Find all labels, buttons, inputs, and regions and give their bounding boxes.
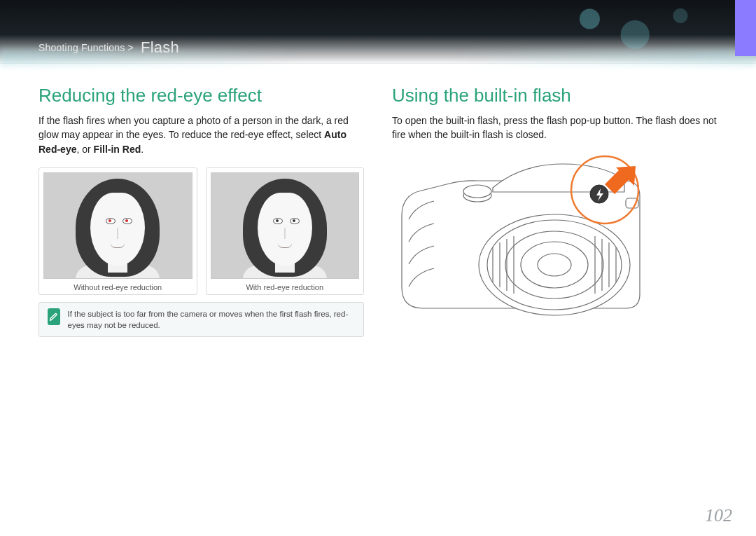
page-number: 102 xyxy=(705,505,732,526)
section-body-redeye: If the flash fires when you capture a ph… xyxy=(38,114,364,156)
section-body-builtin: To open the built-in flash, press the fl… xyxy=(392,114,718,142)
caption-without: Without red-eye reduction xyxy=(43,283,192,291)
section-heading-builtin: Using the built-in flash xyxy=(392,85,718,106)
camera-illustration xyxy=(392,153,718,336)
portrait-normal xyxy=(211,173,359,278)
breadcrumb-prefix: Shooting Functions > xyxy=(38,42,134,53)
example-images: Without red-eye reduction With red-eye r… xyxy=(38,167,364,295)
note-box: If the subject is too far from the camer… xyxy=(38,302,364,337)
right-column: Using the built-in flash To open the bui… xyxy=(392,85,718,337)
section-heading-redeye: Reducing the red-eye effect xyxy=(38,85,364,106)
example-with: With red-eye reduction xyxy=(206,167,365,295)
left-column: Reducing the red-eye effect If the flash… xyxy=(38,85,364,337)
breadcrumb: Shooting Functions > Flash xyxy=(38,39,179,57)
portrait-redeye xyxy=(44,173,192,278)
caption-with: With red-eye reduction xyxy=(211,283,360,291)
note-text: If the subject is too far from the camer… xyxy=(67,308,355,331)
side-tab xyxy=(735,0,756,56)
svg-point-1 xyxy=(463,185,491,198)
breadcrumb-current: Flash xyxy=(141,39,179,56)
example-without: Without red-eye reduction xyxy=(38,167,197,295)
pen-icon xyxy=(48,308,60,325)
svg-point-7 xyxy=(538,254,571,276)
page-header: Shooting Functions > Flash xyxy=(0,0,756,64)
flash-button-icon xyxy=(590,185,608,203)
